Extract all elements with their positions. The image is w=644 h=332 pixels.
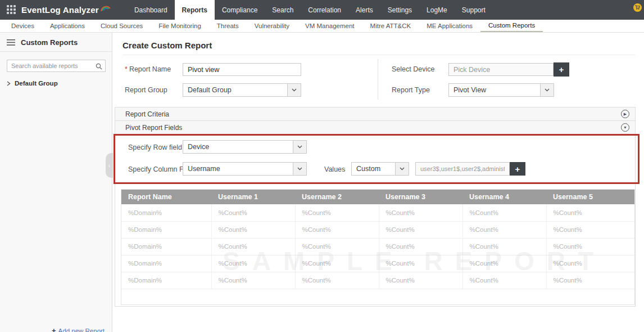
sidebar-collapse-handle[interactable]: ‹ [106, 153, 113, 178]
column-field-value: Username [183, 165, 293, 173]
table-header-cell: Username 5 [546, 190, 634, 204]
report-group-select[interactable]: Default Group [183, 83, 301, 97]
custom-values-input[interactable] [415, 162, 510, 176]
row-field-value: Device [183, 143, 293, 151]
accordion-report-criteria[interactable]: Report Criteria ▶ [115, 107, 635, 121]
table-cell: %Domain% [121, 255, 211, 272]
sidebar-search [7, 60, 105, 72]
pick-device-input[interactable] [448, 63, 554, 76]
subnav-item-devices[interactable]: Devices [3, 20, 42, 32]
table-cell: %Count% [546, 204, 634, 221]
specify-row-field-label: Specify Row field [128, 143, 182, 151]
report-type-value: Pivot View [449, 86, 540, 94]
table-cell: %Count% [295, 238, 379, 255]
subnav-item-mitre-att-ck[interactable]: Mitre ATT&CK [362, 20, 419, 32]
topnav-item-logme[interactable]: LogMe [419, 0, 455, 20]
table-cell: %Count% [295, 204, 379, 221]
topnav-item-compliance[interactable]: Compliance [215, 0, 265, 20]
title-divider [123, 55, 635, 55]
select-device-label: Select Device [392, 65, 434, 73]
topnav-item-correlation[interactable]: Correlation [301, 0, 348, 20]
accordion-pivot-report-fields[interactable]: Pivot Report Fields ▼ [115, 121, 635, 134]
app-logo: EventLog Analyzer [21, 0, 111, 20]
collapse-icon[interactable]: ▼ [621, 123, 629, 132]
report-name-label: *Report Name [125, 65, 171, 73]
topnav-item-support[interactable]: Support [455, 0, 493, 20]
report-group-value: Default Group [183, 86, 287, 94]
sidebar-item-default-group[interactable]: Default Group [7, 80, 112, 87]
page-title: Create Custom Report [123, 41, 212, 50]
table-header-cell: Username 2 [295, 190, 379, 204]
subnav-item-threats[interactable]: Threats [209, 20, 247, 32]
subnav-item-vulnerability[interactable]: Vulnerability [247, 20, 297, 32]
table-header-cell: Report Name [121, 190, 211, 204]
table-cell: %Count% [546, 255, 634, 272]
table-cell: %Count% [211, 255, 295, 272]
table-cell: %Count% [546, 221, 634, 238]
topnav-item-search[interactable]: Search [265, 0, 301, 20]
topnav-item-settings[interactable]: Settings [380, 0, 419, 20]
apps-grid-icon[interactable] [7, 5, 16, 14]
chevron-down-icon [293, 163, 306, 175]
report-name-input[interactable] [183, 63, 301, 76]
sidebar-title: Custom Reports [21, 38, 78, 47]
chevron-down-icon [287, 84, 301, 96]
values-label: Values [324, 165, 345, 173]
subnav-item-applications[interactable]: Applications [42, 20, 93, 32]
subnav-item-cloud-sources[interactable]: Cloud Sources [93, 20, 151, 32]
table-cell: %Count% [211, 238, 295, 255]
subnav-item-file-monitoring[interactable]: File Monitoring [151, 20, 208, 32]
table-cell: %Count% [211, 204, 295, 221]
add-values-button[interactable]: + [510, 162, 525, 176]
table-cell: %Count% [211, 272, 295, 289]
sample-report-table: Report NameUsername 1Username 2Username … [121, 189, 635, 305]
chevron-right-icon [7, 81, 11, 86]
chevron-down-icon [540, 84, 554, 96]
table-header-cell: Username 3 [379, 190, 462, 204]
purchase-link[interactable]: Purc [633, 0, 644, 15]
logo-swoosh-icon [100, 3, 111, 12]
table-row: %Domain%%Count%%Count%%Count%%Count%%Cou… [121, 204, 634, 221]
table-row: %Domain%%Count%%Count%%Count%%Count%%Cou… [121, 238, 634, 255]
table-row: %Domain%%Count%%Count%%Count%%Count%%Cou… [121, 255, 634, 272]
cart-icon [633, 3, 642, 12]
pivot-report-fields-label: Pivot Report Fields [125, 124, 621, 132]
column-field-select[interactable]: Username [183, 162, 307, 176]
sidebar: Custom Reports Default Group + Add new R… [0, 33, 112, 332]
values-select[interactable]: Custom [351, 162, 409, 176]
report-type-select[interactable]: Pivot View [448, 83, 554, 97]
table-cell: %Count% [462, 255, 546, 272]
hamburger-icon[interactable] [7, 39, 15, 46]
subnav-item-custom-reports[interactable]: Custom Reports [480, 20, 543, 32]
topnav-item-alerts[interactable]: Alerts [348, 0, 380, 20]
app-logo-text: EventLog Analyzer [21, 5, 99, 15]
group-label: Default Group [15, 80, 58, 87]
sub-navbar: DevicesApplicationsCloud SourcesFile Mon… [0, 20, 644, 33]
search-input[interactable] [7, 60, 106, 72]
table-cell: %Count% [379, 204, 462, 221]
table-cell: %Count% [379, 255, 462, 272]
table-cell: %Count% [295, 272, 379, 289]
subnav-item-vm-management[interactable]: VM Management [297, 20, 362, 32]
plus-icon: + [52, 326, 56, 332]
add-new-report-link[interactable]: + Add new Report [52, 326, 105, 332]
subnav-item-me-applications[interactable]: ME Applications [419, 20, 480, 32]
table-cell: %Domain% [121, 272, 211, 289]
report-group-label: Report Group [125, 86, 167, 94]
table-cell: %Count% [546, 238, 634, 255]
search-icon[interactable] [96, 62, 102, 72]
topnav-item-reports[interactable]: Reports [175, 0, 215, 20]
add-device-button[interactable]: + [554, 62, 569, 77]
top-navbar: EventLog Analyzer DashboardReportsCompli… [0, 0, 644, 20]
report-criteria-label: Report Criteria [125, 110, 621, 118]
table-header-row: Report NameUsername 1Username 2Username … [121, 190, 634, 204]
report-type-label: Report Type [392, 86, 430, 94]
topnav-item-dashboard[interactable]: Dashboard [127, 0, 175, 20]
table-header-cell: Username 4 [462, 190, 546, 204]
chevron-down-icon [293, 141, 306, 153]
table-cell: %Count% [462, 272, 546, 289]
row-field-select[interactable]: Device [183, 140, 307, 154]
expand-icon[interactable]: ▶ [621, 110, 629, 118]
table-cell: %Count% [379, 221, 462, 238]
table-header-cell: Username 1 [211, 190, 295, 204]
